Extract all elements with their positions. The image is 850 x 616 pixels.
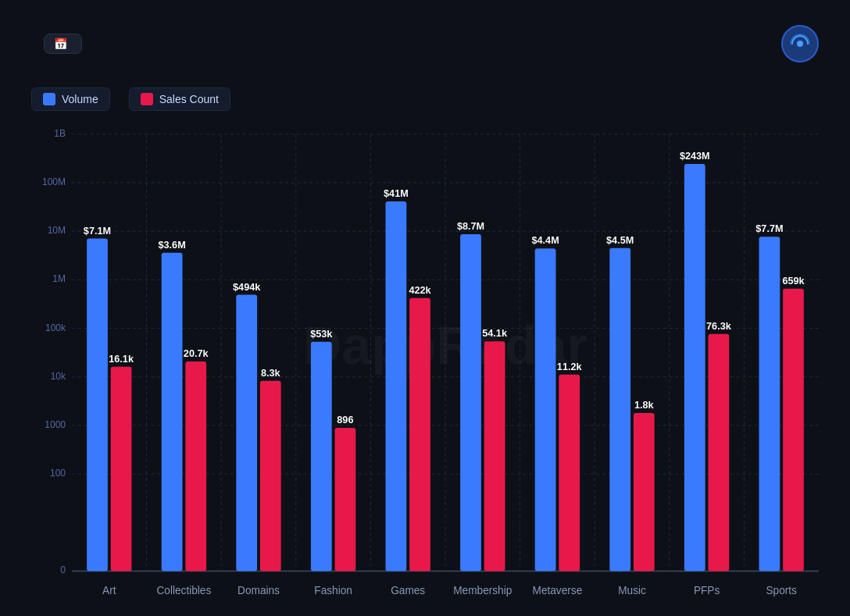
svg-point-0 [797, 41, 803, 47]
svg-rect-50 [535, 248, 556, 571]
chart-svg: DappRadar$7.1M16.1kArt$3.6M20.7kCollecti… [72, 126, 819, 610]
header-left: 📅 [31, 34, 82, 54]
svg-text:$53k: $53k [310, 328, 333, 340]
svg-text:$3.6M: $3.6M [158, 239, 185, 251]
svg-rect-31 [260, 381, 281, 571]
svg-rect-45 [460, 234, 481, 571]
svg-text:896: 896 [337, 414, 353, 426]
svg-rect-20 [87, 238, 108, 571]
sales-label: Sales Count [159, 93, 219, 105]
y-axis-label: 1000 [45, 419, 66, 430]
legend-volume: Volume [31, 87, 110, 111]
y-axis-label: 1M [52, 273, 66, 284]
svg-text:Music: Music [618, 585, 646, 596]
svg-text:76.3k: 76.3k [706, 320, 732, 332]
svg-text:$7.7M: $7.7M [755, 223, 783, 234]
svg-text:Collectibles: Collectibles [157, 585, 212, 596]
volume-color-swatch [43, 93, 55, 105]
legend: Volume Sales Count [31, 87, 819, 111]
svg-text:$494k: $494k [233, 280, 261, 292]
svg-text:Metaverse: Metaverse [533, 585, 583, 596]
svg-text:PFPs: PFPs [694, 585, 720, 596]
svg-rect-40 [386, 201, 407, 571]
svg-text:11.2k: 11.2k [557, 361, 583, 372]
svg-text:$8.7M: $8.7M [457, 220, 484, 232]
y-axis-label: 10k [51, 371, 66, 382]
y-axis-label: 100k [45, 322, 66, 333]
chart-area: 1B100M10M1M100k10k10001000 DappRadar$7.1… [31, 126, 819, 610]
svg-rect-61 [709, 334, 730, 571]
svg-rect-25 [162, 253, 183, 571]
svg-rect-51 [559, 375, 580, 571]
svg-text:$4.4M: $4.4M [531, 234, 559, 246]
svg-text:16.1k: 16.1k [109, 353, 134, 365]
svg-rect-46 [484, 341, 505, 571]
y-axis: 1B100M10M1M100k10k10001000 [31, 126, 72, 610]
svg-text:Fashion: Fashion [314, 585, 352, 596]
svg-rect-41 [409, 298, 430, 571]
svg-text:54.1k: 54.1k [482, 327, 508, 339]
svg-rect-30 [236, 294, 257, 571]
svg-rect-66 [783, 289, 804, 571]
date-badge: 📅 [44, 34, 82, 54]
y-axis-label: 1B [54, 128, 66, 139]
svg-rect-26 [185, 361, 206, 571]
legend-sales: Sales Count [129, 87, 230, 111]
svg-text:Membership: Membership [453, 585, 512, 596]
y-axis-label: 100M [42, 176, 66, 187]
svg-text:659k: 659k [782, 275, 805, 287]
logo [781, 25, 819, 62]
svg-text:Games: Games [391, 585, 425, 596]
svg-text:$7.1M: $7.1M [84, 225, 111, 237]
svg-text:Sports: Sports [766, 585, 797, 596]
sales-color-swatch [141, 93, 153, 105]
svg-text:$243M: $243M [680, 150, 710, 162]
svg-rect-36 [335, 428, 356, 571]
chart-svg-container: DappRadar$7.1M16.1kArt$3.6M20.7kCollecti… [72, 126, 819, 610]
svg-text:1.8k: 1.8k [634, 399, 655, 411]
svg-rect-65 [759, 237, 780, 571]
svg-text:Art: Art [102, 585, 116, 596]
svg-text:422k: 422k [409, 284, 431, 296]
svg-text:$41M: $41M [384, 187, 409, 199]
y-axis-label: 10M [48, 225, 66, 236]
svg-rect-35 [311, 342, 332, 571]
main-container: 📅 Volume Sales Count 1B100M10M1M100k10k1 [0, 0, 850, 616]
svg-text:Domains: Domains [238, 585, 280, 596]
svg-text:8.3k: 8.3k [261, 367, 281, 379]
y-axis-label: 100 [50, 468, 66, 479]
svg-text:$4.5M: $4.5M [606, 234, 634, 246]
svg-rect-56 [634, 413, 655, 571]
svg-rect-55 [609, 248, 630, 571]
volume-label: Volume [62, 93, 98, 105]
y-axis-label: 0 [60, 564, 66, 575]
svg-rect-21 [111, 367, 132, 571]
header: 📅 [31, 25, 819, 62]
svg-rect-60 [684, 164, 705, 571]
calendar-icon: 📅 [54, 37, 67, 50]
svg-text:20.7k: 20.7k [184, 347, 209, 359]
